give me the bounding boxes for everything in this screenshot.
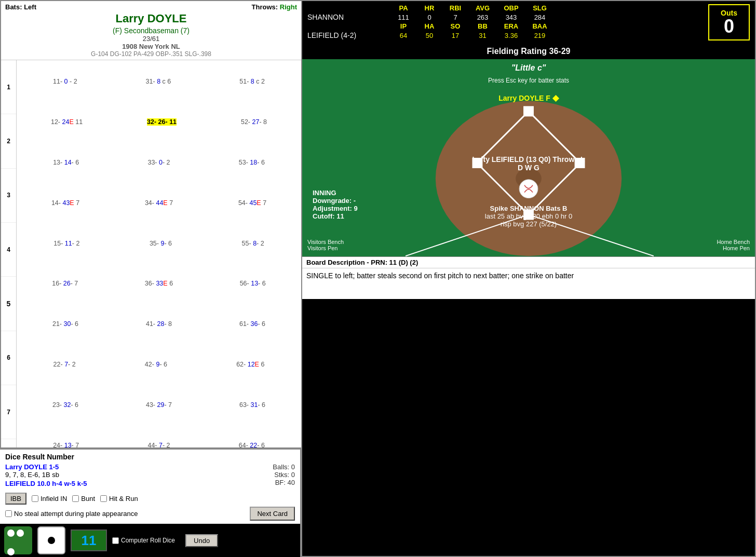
downgrade: Downgrade: - bbox=[313, 197, 358, 205]
dice-title: Dice Result Number bbox=[5, 453, 295, 461]
pitcher-line2: D W G bbox=[302, 164, 755, 172]
col-baa: BAA bbox=[525, 22, 554, 30]
row-3: 3 bbox=[1, 169, 16, 223]
row-5: 5 bbox=[1, 277, 16, 331]
pitcher-ha: 50 bbox=[416, 32, 442, 39]
hit-run-checkbox[interactable] bbox=[100, 495, 107, 502]
cell: 63- 31- 6 bbox=[239, 401, 265, 409]
white-die bbox=[37, 526, 65, 554]
cell: 11- 0 - 2 bbox=[53, 78, 77, 85]
row-4: 4 bbox=[1, 223, 16, 277]
col-ha: HA bbox=[416, 22, 442, 30]
bottom-left-area: Dice Result Number Larry DOYLE 1-5 9, 7,… bbox=[0, 447, 301, 557]
pitcher-bb: 31 bbox=[468, 32, 497, 39]
die-dot bbox=[17, 529, 24, 537]
dice-stats-row: Larry DOYLE 1-5 9, 7, 8, E-6, 1B sb LEIF… bbox=[5, 463, 295, 491]
pitcher-line1: Lefty LEIFIELD (13 Q0) Throws L bbox=[302, 155, 755, 164]
throws-info: Throws: Right bbox=[252, 3, 297, 11]
visitors-bench: Visitors Bench Visitors Pen bbox=[307, 239, 344, 251]
no-steal-checkbox[interactable] bbox=[5, 510, 12, 517]
cell: 31- 8 c 6 bbox=[146, 78, 171, 85]
computer-roll-checkbox[interactable] bbox=[112, 537, 119, 544]
bats-info: Bats: Left bbox=[5, 3, 36, 11]
inning-label: INNING bbox=[313, 189, 358, 197]
infield-in-checkbox[interactable] bbox=[32, 495, 38, 502]
player-name: Larry DOYLE bbox=[5, 12, 297, 25]
undo-button[interactable]: Undo bbox=[185, 534, 218, 547]
batter-slg: 284 bbox=[525, 13, 554, 21]
col-ip: IP bbox=[390, 22, 416, 30]
col-so: SO bbox=[442, 22, 468, 30]
scoreboard: PA HR RBI AVG OBP SLG SHANNON 111 0 7 26… bbox=[302, 1, 755, 44]
table-row: 22- 7- 2 42- 9- 6 62- 12E 6 bbox=[19, 361, 299, 368]
bunt-label[interactable]: Bunt bbox=[72, 495, 95, 502]
batter-obp: 343 bbox=[497, 13, 525, 21]
cell: 14- 43E 7 bbox=[51, 199, 79, 207]
pitcher-ip: 64 bbox=[390, 32, 416, 39]
board-desc-text: SINGLE to left; batter steals second on … bbox=[302, 268, 755, 299]
green-die bbox=[4, 526, 32, 554]
row-7: 7 bbox=[1, 385, 16, 439]
col-slg: SLG bbox=[525, 4, 554, 12]
cell: 62- 12E 6 bbox=[236, 361, 264, 368]
col-obp: OBP bbox=[497, 4, 525, 12]
cell: 16- 26- 7 bbox=[52, 280, 78, 287]
bunt-checkbox[interactable] bbox=[72, 495, 79, 502]
die-dot bbox=[7, 548, 15, 555]
fielding-rating-bar: Fielding Rating 36-29 bbox=[302, 44, 755, 59]
col-rbi: RBI bbox=[442, 4, 468, 12]
card-stats: G-104 DG-102 PA-429 OBP-.351 SLG-.398 bbox=[5, 50, 297, 58]
score-left: PA HR RBI AVG OBP SLG SHANNON 111 0 7 26… bbox=[307, 4, 704, 40]
cell: 41- 28- 8 bbox=[146, 320, 172, 328]
batter-name-field: Spike SHANNON Bats B last 25 ab bvg 320 … bbox=[485, 205, 572, 228]
svg-rect-5 bbox=[523, 106, 534, 116]
dice-bottom-bar: 11 Computer Roll Dice Undo bbox=[0, 524, 300, 557]
row-6: 6 bbox=[1, 331, 16, 385]
inning-info: INNING Downgrade: - Adjustment: 9 Cutoff… bbox=[313, 189, 358, 220]
balls-display: Balls: 0 bbox=[273, 463, 295, 471]
cell: 54- 45E 7 bbox=[238, 199, 266, 207]
dice-player-name: Larry DOYLE 1-5 bbox=[5, 463, 273, 471]
next-card-button[interactable]: Next Card bbox=[250, 507, 295, 521]
cell: 53- 18- 6 bbox=[239, 159, 265, 166]
table-row: 13- 14- 6 33- 0- 2 53- 18- 6 bbox=[19, 159, 299, 166]
batter-pa: 111 bbox=[390, 13, 416, 21]
dice-pitcher: LEIFIELD 10.0 h-4 w-5 k-5 bbox=[5, 480, 273, 487]
die-dot-black bbox=[48, 537, 55, 544]
infield-in-label[interactable]: Infield IN bbox=[32, 495, 67, 502]
right-panel: PA HR RBI AVG OBP SLG SHANNON 111 0 7 26… bbox=[302, 1, 755, 556]
bf-display: BF: 40 bbox=[273, 479, 295, 486]
buttons-row: IBB Infield IN Bunt Hit & Run bbox=[5, 493, 295, 505]
table-row: 14- 43E 7 34- 44E 7 54- 45E 7 bbox=[19, 199, 299, 207]
cell: 13- 14- 6 bbox=[53, 159, 79, 166]
batter-hr: 0 bbox=[416, 13, 442, 21]
batter-rbi: 7 bbox=[442, 13, 468, 21]
computer-roll-area: Computer Roll Dice bbox=[112, 537, 175, 544]
cell: 15- 11- 2 bbox=[53, 240, 79, 247]
no-steal-label[interactable]: No steal attempt during plate appearance bbox=[5, 510, 138, 518]
computer-roll-label[interactable]: Computer Roll Dice bbox=[112, 537, 175, 544]
dice-right: Balls: 0 Stks: 0 BF: 40 bbox=[273, 463, 295, 486]
col-bb: BB bbox=[468, 22, 497, 30]
dice-left: Larry DOYLE 1-5 9, 7, 8, E-6, 1B sb LEIF… bbox=[5, 463, 273, 491]
cell: 56- 13- 6 bbox=[240, 280, 266, 287]
table-row: 16- 26- 7 36- 33E 6 56- 13- 6 bbox=[19, 280, 299, 287]
col-avg: AVG bbox=[468, 4, 497, 12]
cell: 61- 36- 6 bbox=[239, 320, 265, 328]
little-c-label: "Little c" bbox=[302, 63, 755, 73]
ibb-button[interactable]: IBB bbox=[5, 493, 26, 505]
cell: 33- 0- 2 bbox=[147, 159, 170, 166]
card-number: 23/61 bbox=[5, 35, 297, 43]
cell: 22- 7- 2 bbox=[53, 361, 76, 368]
pitcher-header: IP HA SO BB ERA BAA bbox=[307, 22, 704, 30]
esc-label: Press Esc key for batter stats bbox=[302, 77, 755, 84]
pitcher-name: LEIFIELD (4-2) bbox=[307, 31, 390, 39]
cell-highlighted: 32- 26- 11 bbox=[147, 118, 177, 126]
hit-run-label[interactable]: Hit & Run bbox=[100, 495, 138, 502]
cutoff: Cutoff: 11 bbox=[313, 212, 358, 220]
row-1: 1 bbox=[1, 60, 16, 114]
player-field-label: Larry DOYLE F ◆ bbox=[302, 93, 755, 103]
cell: 36- 33E 6 bbox=[145, 280, 173, 287]
outs-box: Outs 0 bbox=[708, 4, 750, 40]
pitcher-era: 3.36 bbox=[497, 32, 525, 39]
